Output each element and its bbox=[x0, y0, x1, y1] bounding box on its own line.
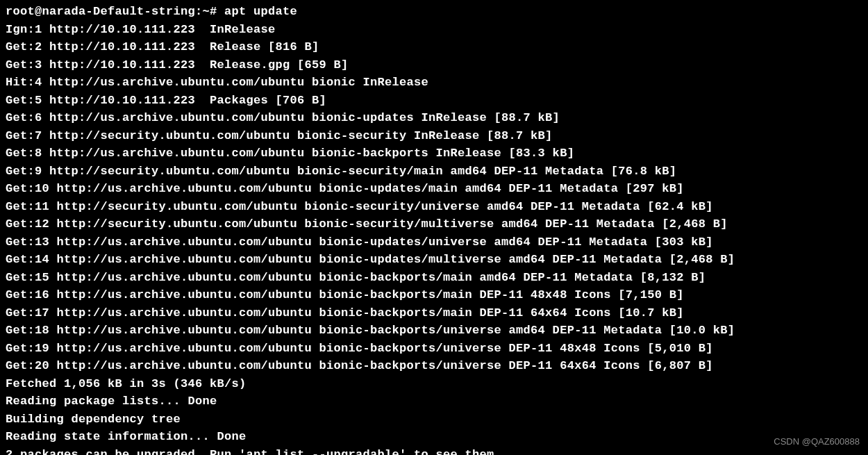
output-line: Get:11 http://security.ubuntu.com/ubuntu… bbox=[6, 198, 862, 216]
output-line: Building dependency tree bbox=[6, 411, 862, 429]
output-line: Get:14 http://us.archive.ubuntu.com/ubun… bbox=[6, 251, 862, 269]
output-line: Get:7 http://security.ubuntu.com/ubuntu … bbox=[6, 127, 862, 145]
output-line: Get:19 http://us.archive.ubuntu.com/ubun… bbox=[6, 340, 862, 358]
output-line: Get:15 http://us.archive.ubuntu.com/ubun… bbox=[6, 269, 862, 287]
output-line: Get:16 http://us.archive.ubuntu.com/ubun… bbox=[6, 286, 862, 304]
output-line: Get:20 http://us.archive.ubuntu.com/ubun… bbox=[6, 357, 862, 375]
output-line: Get:5 http://10.10.111.223 Packages [706… bbox=[6, 92, 862, 110]
output-line: Reading state information... Done bbox=[6, 428, 862, 446]
output-line: Get:18 http://us.archive.ubuntu.com/ubun… bbox=[6, 322, 862, 340]
output-line: Ign:1 http://10.10.111.223 InRelease bbox=[6, 21, 862, 39]
output-line: Reading package lists... Done bbox=[6, 392, 862, 411]
command: apt update bbox=[224, 5, 297, 18]
prompt: root@narada-Default-string:~# bbox=[6, 5, 224, 18]
output-line: Hit:4 http://us.archive.ubuntu.com/ubunt… bbox=[6, 74, 862, 92]
output-line: Get:6 http://us.archive.ubuntu.com/ubunt… bbox=[6, 109, 862, 127]
output-line: Get:10 http://us.archive.ubuntu.com/ubun… bbox=[6, 180, 862, 198]
output-line: Get:8 http://us.archive.ubuntu.com/ubunt… bbox=[6, 144, 862, 163]
output-line: Get:12 http://security.ubuntu.com/ubuntu… bbox=[6, 215, 862, 233]
output-line: Get:3 http://10.10.111.223 Release.gpg [… bbox=[6, 56, 862, 74]
output-line: Get:2 http://10.10.111.223 Release [816 … bbox=[6, 38, 862, 56]
output-line: Get:9 http://security.ubuntu.com/ubuntu … bbox=[6, 163, 862, 181]
output-line: Get:13 http://us.archive.ubuntu.com/ubun… bbox=[6, 233, 862, 251]
command-line: root@narada-Default-string:~# apt update bbox=[6, 3, 862, 21]
terminal-output[interactable]: root@narada-Default-string:~# apt update… bbox=[6, 3, 862, 455]
output-line: 2 packages can be upgraded. Run 'apt lis… bbox=[6, 446, 862, 456]
output-line: Fetched 1,056 kB in 3s (346 kB/s) bbox=[6, 375, 862, 393]
watermark: CSDN @QAZ600888 bbox=[774, 435, 860, 449]
output-line: Get:17 http://us.archive.ubuntu.com/ubun… bbox=[6, 304, 862, 322]
